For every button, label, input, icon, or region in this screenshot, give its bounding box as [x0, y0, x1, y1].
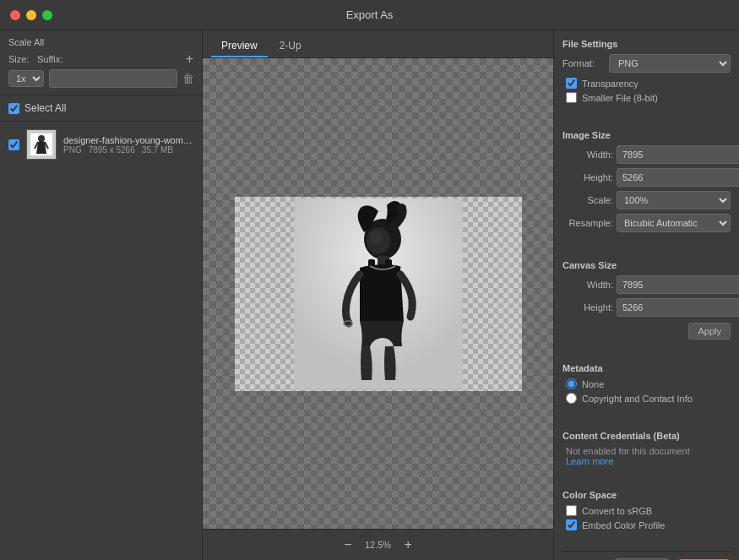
metadata-none-radio[interactable] [566, 378, 577, 389]
preview-image [235, 197, 522, 391]
file-thumbnail [26, 129, 57, 160]
embed-profile-row: Embed Color Profile [562, 519, 731, 530]
embed-profile-checkbox[interactable] [566, 519, 577, 530]
canvas-height-label: Height: [562, 302, 613, 313]
zoom-level: 12.5% [365, 540, 391, 550]
scale-field-select[interactable]: 100% 50% 200% [617, 191, 731, 209]
canvas-width-row: Width: px [562, 275, 731, 294]
svg-point-2 [38, 135, 45, 142]
scale-row: Scale: 100% 50% 200% [562, 191, 731, 209]
metadata-copyright-row: Copyright and Contact Info [562, 393, 731, 404]
image-size-section: Image Size Width: px Height: px Scale: 1… [562, 130, 731, 237]
file-size: 35.7 MB [142, 145, 173, 155]
file-info: designer-fashion-young-woman-a... PNG 78… [63, 135, 193, 155]
transparency-label: Transparency [582, 79, 638, 89]
preview-image-container [235, 197, 522, 391]
canvas-size-section: Canvas Size Width: px Height: px Apply [562, 260, 731, 340]
format-select[interactable]: PNG JPEG GIF SVG WebP [609, 54, 731, 73]
right-panel: File Settings Format: PNG JPEG GIF SVG W… [553, 30, 739, 560]
image-height-input[interactable] [617, 168, 739, 187]
image-size-title: Image Size [562, 130, 731, 140]
image-width-label: Width: [562, 150, 613, 160]
file-name: designer-fashion-young-woman-a... [63, 135, 193, 145]
convert-srgb-checkbox[interactable] [566, 505, 577, 516]
metadata-copyright-radio[interactable] [566, 393, 577, 404]
file-format: PNG [63, 145, 82, 155]
scale-all-title: Scale All [8, 37, 193, 47]
list-item: designer-fashion-young-woman-a... PNG 78… [0, 125, 202, 164]
suffix-input[interactable] [49, 69, 177, 88]
metadata-title: Metadata [562, 363, 731, 373]
apply-button[interactable]: Apply [688, 323, 731, 340]
canvas-height-row: Height: px [562, 298, 731, 317]
convert-srgb-label: Convert to sRGB [582, 506, 652, 516]
metadata-none-label: None [582, 379, 604, 389]
canvas-width-input[interactable] [617, 275, 739, 294]
scale-field-label: Scale: [562, 195, 613, 205]
canvas-size-title: Canvas Size [562, 260, 731, 270]
scale-all-section: Scale All Size: Suffix: + 1x 2x 3x 🗑 [0, 30, 202, 95]
color-space-title: Color Space [562, 490, 731, 500]
close-button[interactable] [10, 10, 20, 20]
zoom-in-button[interactable]: + [399, 536, 416, 553]
image-width-input[interactable] [617, 145, 739, 164]
convert-srgb-row: Convert to sRGB [562, 505, 731, 516]
suffix-label: Suffix: [37, 54, 181, 64]
svg-point-8 [396, 204, 406, 212]
zoom-out-button[interactable]: − [340, 536, 356, 553]
file-settings-title: File Settings [562, 39, 731, 49]
maximize-button[interactable] [42, 10, 52, 20]
center-panel: Preview 2-Up [203, 30, 553, 560]
embed-profile-label: Embed Color Profile [582, 520, 665, 530]
file-settings-section: File Settings Format: PNG JPEG GIF SVG W… [562, 39, 731, 106]
left-panel: Scale All Size: Suffix: + 1x 2x 3x 🗑 Sel… [0, 30, 203, 560]
file-details: PNG 7895 x 5266 35.7 MB [63, 145, 193, 155]
file-checkbox[interactable] [8, 139, 19, 150]
thumbnail-svg [27, 130, 56, 159]
add-scale-button[interactable]: + [186, 52, 193, 66]
resample-label: Resample: [562, 218, 613, 228]
metadata-none-row: None [562, 378, 731, 389]
content-credentials-section: Content Credentials (Beta) Not enabled f… [562, 431, 731, 466]
svg-rect-10 [368, 259, 375, 271]
tab-preview[interactable]: Preview [211, 35, 268, 57]
scale-controls: 1x 2x 3x 🗑 [8, 69, 193, 88]
metadata-section: Metadata None Copyright and Contact Info [562, 363, 731, 407]
metadata-copyright-label: Copyright and Contact Info [582, 394, 693, 404]
transparency-checkbox[interactable] [566, 78, 577, 89]
title-bar: Export As [0, 0, 739, 30]
size-label: Size: [8, 54, 32, 64]
tab-bar: Preview 2-Up [203, 30, 553, 58]
minimize-button[interactable] [26, 10, 36, 20]
scale-select[interactable]: 1x 2x 3x [8, 70, 44, 87]
color-space-section: Color Space Convert to sRGB Embed Color … [562, 490, 731, 534]
file-list: designer-fashion-young-woman-a... PNG 78… [0, 122, 202, 560]
select-all-label: Select All [24, 102, 66, 114]
content-credentials-title: Content Credentials (Beta) [562, 431, 731, 441]
transparency-row: Transparency [562, 78, 731, 89]
file-dimensions: 7895 x 5266 [89, 145, 135, 155]
smaller-file-checkbox[interactable] [566, 92, 577, 103]
image-height-row: Height: px [562, 168, 731, 187]
window-controls [10, 10, 52, 20]
canvas-width-label: Width: [562, 280, 613, 290]
select-all-section: Select All [0, 95, 202, 122]
image-width-row: Width: px [562, 145, 731, 164]
learn-more-link[interactable]: Learn more [562, 456, 731, 466]
tab-2up[interactable]: 2-Up [269, 35, 312, 57]
resample-row: Resample: Bicubic Automatic Bilinear Nea… [562, 214, 731, 232]
format-row: Format: PNG JPEG GIF SVG WebP [562, 54, 731, 73]
svg-point-14 [370, 231, 382, 244]
trash-button[interactable]: 🗑 [182, 72, 194, 85]
smaller-file-row: Smaller File (8-bit) [562, 92, 731, 103]
resample-select[interactable]: Bicubic Automatic Bilinear Nearest Neigh… [617, 214, 731, 232]
preview-area [203, 58, 553, 529]
canvas-height-input[interactable] [617, 298, 739, 317]
format-label: Format: [562, 58, 609, 68]
window-title: Export As [346, 8, 394, 21]
fashion-figure-svg [294, 198, 463, 389]
smaller-file-label: Smaller File (8-bit) [582, 93, 658, 103]
select-all-checkbox[interactable] [8, 103, 19, 114]
main-layout: Scale All Size: Suffix: + 1x 2x 3x 🗑 Sel… [0, 30, 739, 560]
scale-label-row: Size: Suffix: + [8, 52, 193, 66]
